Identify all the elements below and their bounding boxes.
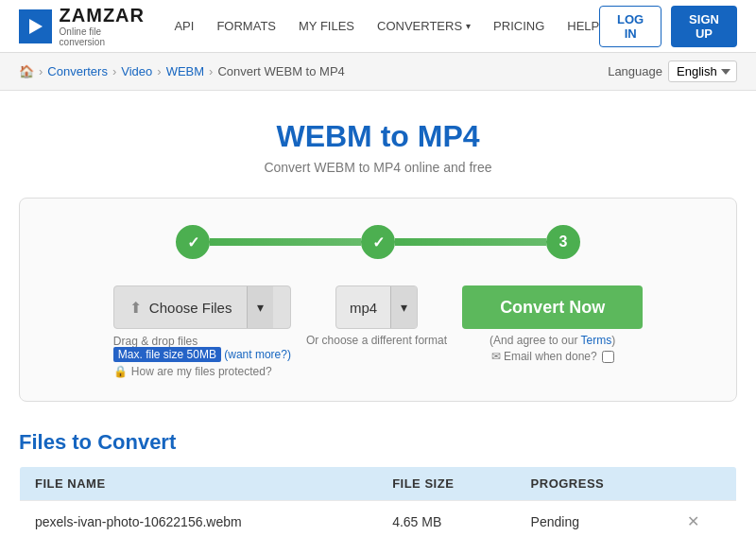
nav-myfiles[interactable]: MY FILES xyxy=(299,19,354,33)
language-select[interactable]: English xyxy=(668,61,737,82)
col-progress: PROGRESS xyxy=(516,467,672,501)
email-label: ✉ Email when done? xyxy=(491,350,597,363)
controls-row: ⬆ Choose Files ▾ Drag & drop files Max. … xyxy=(48,285,708,378)
breadcrumb-home[interactable]: 🏠 xyxy=(19,64,34,78)
choose-files-arrow-icon: ▾ xyxy=(257,300,264,315)
login-button[interactable]: LOG IN xyxy=(599,6,662,47)
max-size-row: Max. file size 50MB (want more?) xyxy=(113,348,291,361)
files-title: Files to Convert xyxy=(19,430,737,455)
choose-info: Drag & drop files Max. file size 50MB (w… xyxy=(113,335,291,361)
format-select-area: mp4 ▾ Or choose a different format xyxy=(306,285,447,347)
step-3: 3 xyxy=(546,225,580,259)
logo-subtitle: Online file conversion xyxy=(60,26,146,47)
format-sub: Or choose a different format xyxy=(306,334,447,347)
files-title-prefix: Files to xyxy=(19,430,97,454)
protect-link[interactable]: How are my files protected? xyxy=(131,365,272,378)
format-value: mp4 xyxy=(336,300,390,316)
signup-button[interactable]: SIGN UP xyxy=(671,6,737,47)
terms-link[interactable]: Terms xyxy=(581,334,612,347)
choose-files-main[interactable]: ⬆ Choose Files xyxy=(114,286,248,328)
nav-help[interactable]: HELP xyxy=(567,19,599,33)
breadcrumb-sep4: › xyxy=(209,64,213,78)
nav-pricing[interactable]: PRICING xyxy=(493,19,544,33)
converters-dropdown-arrow: ▾ xyxy=(466,21,471,31)
col-actions xyxy=(672,467,737,501)
col-filename: FILE NAME xyxy=(20,467,378,501)
breadcrumb-bar: 🏠 › Converters › Video › WEBM › Convert … xyxy=(0,53,756,91)
file-name-cell: pexels-ivan-photo-10622156.webm xyxy=(20,501,378,537)
protect-row: 🔒 How are my files protected? xyxy=(113,365,291,378)
convert-btn-area: Convert Now (And agree to our Terms) ✉ E… xyxy=(462,285,643,363)
nav-formats[interactable]: FORMATS xyxy=(216,19,276,33)
header-buttons: LOG IN SIGN UP xyxy=(599,6,737,47)
want-more-link[interactable]: (want more?) xyxy=(224,348,291,361)
files-table: FILE NAME FILE SIZE PROGRESS pexels-ivan… xyxy=(19,466,737,536)
nav-converters[interactable]: CONVERTERS ▾ xyxy=(377,19,471,33)
file-progress-cell: Pending xyxy=(516,501,672,537)
logo: ZAMZAR Online file conversion xyxy=(19,5,146,47)
language-label: Language xyxy=(608,64,662,78)
logo-icon xyxy=(19,9,52,43)
nav-api[interactable]: API xyxy=(174,19,194,33)
step-1: ✓ xyxy=(176,225,210,259)
svg-marker-0 xyxy=(29,19,43,34)
email-checkbox[interactable] xyxy=(602,351,614,363)
format-dropdown[interactable]: mp4 ▾ xyxy=(335,285,418,329)
breadcrumb: 🏠 › Converters › Video › WEBM › Convert … xyxy=(19,64,345,78)
logo-text: ZAMZAR Online file conversion xyxy=(60,5,146,47)
drag-drop-label: Drag & drop files xyxy=(113,335,291,348)
steps-row: ✓ ✓ 3 xyxy=(48,225,708,259)
convert-terms: (And agree to our Terms) xyxy=(490,334,615,347)
files-title-highlight: Convert xyxy=(97,430,176,454)
step-2: ✓ xyxy=(361,225,395,259)
file-size-cell: 4.65 MB xyxy=(377,501,515,537)
file-remove-cell[interactable]: ✕ xyxy=(672,501,737,537)
choose-files-label: Choose Files xyxy=(149,300,232,316)
max-size-badge: Max. file size 50MB xyxy=(113,347,221,362)
lock-icon: 🔒 xyxy=(113,365,128,378)
breadcrumb-current: Convert WEBM to MP4 xyxy=(217,64,344,78)
step-line-2 xyxy=(395,238,546,246)
files-section: Files to Convert FILE NAME FILE SIZE PRO… xyxy=(19,430,737,536)
converter-box: ✓ ✓ 3 ⬆ Choose Files ▾ xyxy=(19,198,737,402)
remove-file-button[interactable]: ✕ xyxy=(687,512,699,530)
breadcrumb-converters[interactable]: Converters xyxy=(47,64,108,78)
breadcrumb-sep1: › xyxy=(39,64,43,78)
breadcrumb-webm[interactable]: WEBM xyxy=(166,64,204,78)
files-table-header: FILE NAME FILE SIZE PROGRESS xyxy=(20,467,737,501)
format-dropdown-arrow[interactable]: ▾ xyxy=(390,286,417,328)
email-row: ✉ Email when done? xyxy=(491,350,614,363)
breadcrumb-video[interactable]: Video xyxy=(121,64,152,78)
choose-files-area: ⬆ Choose Files ▾ Drag & drop files Max. … xyxy=(113,285,291,378)
main-content: WEBM to MP4 Convert WEBM to MP4 online a… xyxy=(0,91,756,536)
convert-now-button[interactable]: Convert Now xyxy=(462,285,643,329)
format-arrow-icon: ▾ xyxy=(401,300,407,315)
choose-files-dropdown[interactable]: ▾ xyxy=(247,286,273,328)
page-subtitle: Convert WEBM to MP4 online and free xyxy=(19,160,737,175)
step-line-1 xyxy=(210,238,361,246)
language-selector: Language English xyxy=(608,61,737,82)
nav: API FORMATS MY FILES CONVERTERS ▾ PRICIN… xyxy=(174,19,599,33)
table-row: pexels-ivan-photo-10622156.webm 4.65 MB … xyxy=(20,501,737,537)
page-title: WEBM to MP4 xyxy=(19,119,737,154)
breadcrumb-sep2: › xyxy=(112,64,116,78)
header: ZAMZAR Online file conversion API FORMAT… xyxy=(0,0,756,53)
breadcrumb-sep3: › xyxy=(157,64,161,78)
logo-brand: ZAMZAR xyxy=(60,5,146,26)
col-filesize: FILE SIZE xyxy=(377,467,515,501)
upload-icon: ⬆ xyxy=(129,299,142,317)
choose-files-button[interactable]: ⬆ Choose Files ▾ xyxy=(113,285,291,329)
